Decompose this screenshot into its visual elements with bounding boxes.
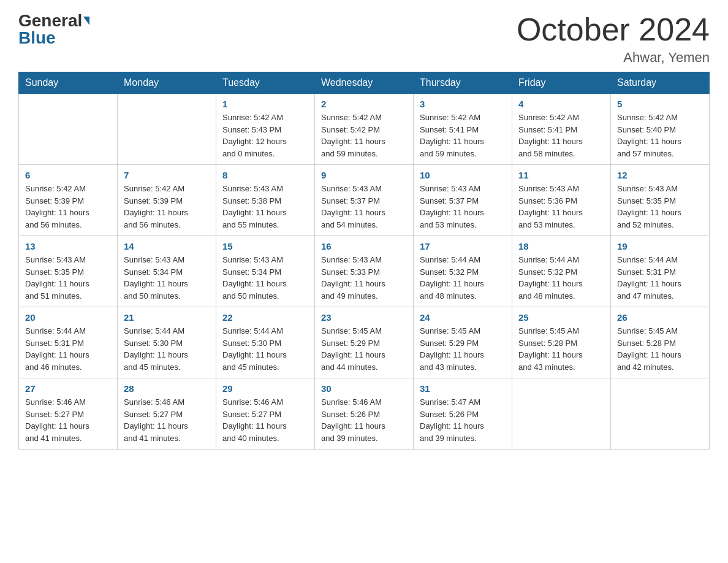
calendar-cell: 29Sunrise: 5:46 AM Sunset: 5:27 PM Dayli… — [216, 378, 315, 450]
calendar-cell: 27Sunrise: 5:46 AM Sunset: 5:27 PM Dayli… — [19, 378, 118, 450]
day-number: 9 — [321, 170, 407, 180]
day-info: Sunrise: 5:42 AM Sunset: 5:39 PM Dayligh… — [124, 183, 210, 231]
day-number: 29 — [222, 383, 308, 394]
logo: General Blue — [18, 12, 89, 47]
calendar-cell: 13Sunrise: 5:43 AM Sunset: 5:35 PM Dayli… — [19, 236, 118, 307]
day-number: 11 — [518, 170, 604, 180]
day-number: 12 — [617, 170, 703, 180]
day-info: Sunrise: 5:45 AM Sunset: 5:29 PM Dayligh… — [321, 325, 407, 373]
calendar-cell: 28Sunrise: 5:46 AM Sunset: 5:27 PM Dayli… — [118, 378, 216, 450]
day-number: 1 — [222, 99, 308, 109]
day-number: 31 — [420, 383, 506, 394]
day-number: 27 — [25, 383, 111, 394]
calendar-cell: 22Sunrise: 5:44 AM Sunset: 5:30 PM Dayli… — [216, 307, 315, 378]
calendar-cell: 4Sunrise: 5:42 AM Sunset: 5:41 PM Daylig… — [512, 94, 611, 165]
day-info: Sunrise: 5:42 AM Sunset: 5:43 PM Dayligh… — [222, 112, 308, 159]
calendar-cell: 7Sunrise: 5:42 AM Sunset: 5:39 PM Daylig… — [118, 165, 216, 236]
calendar-header-saturday: Saturday — [611, 72, 710, 94]
logo-blue-text: Blue — [18, 29, 56, 47]
day-number: 14 — [124, 241, 210, 251]
calendar-week-row: 6Sunrise: 5:42 AM Sunset: 5:39 PM Daylig… — [19, 165, 710, 236]
calendar-cell — [19, 94, 118, 165]
day-number: 18 — [518, 241, 604, 251]
calendar-cell: 25Sunrise: 5:45 AM Sunset: 5:28 PM Dayli… — [512, 307, 611, 378]
calendar-cell — [611, 378, 710, 450]
day-info: Sunrise: 5:43 AM Sunset: 5:37 PM Dayligh… — [321, 183, 407, 231]
location: Ahwar, Yemen — [517, 50, 710, 66]
calendar-cell: 9Sunrise: 5:43 AM Sunset: 5:37 PM Daylig… — [315, 165, 414, 236]
day-info: Sunrise: 5:46 AM Sunset: 5:27 PM Dayligh… — [124, 396, 210, 444]
day-info: Sunrise: 5:43 AM Sunset: 5:34 PM Dayligh… — [222, 254, 308, 302]
calendar-cell — [118, 94, 216, 165]
calendar-cell: 1Sunrise: 5:42 AM Sunset: 5:43 PM Daylig… — [216, 94, 315, 165]
calendar-cell: 5Sunrise: 5:42 AM Sunset: 5:40 PM Daylig… — [611, 94, 710, 165]
calendar-cell: 10Sunrise: 5:43 AM Sunset: 5:37 PM Dayli… — [414, 165, 512, 236]
day-number: 22 — [222, 312, 308, 323]
page-header: General Blue October 2024 Ahwar, Yemen — [18, 12, 710, 66]
day-info: Sunrise: 5:44 AM Sunset: 5:32 PM Dayligh… — [518, 254, 604, 302]
day-number: 15 — [222, 241, 308, 251]
calendar-cell: 16Sunrise: 5:43 AM Sunset: 5:33 PM Dayli… — [315, 236, 414, 307]
day-info: Sunrise: 5:42 AM Sunset: 5:40 PM Dayligh… — [617, 112, 703, 159]
day-info: Sunrise: 5:43 AM Sunset: 5:35 PM Dayligh… — [25, 254, 111, 302]
day-info: Sunrise: 5:45 AM Sunset: 5:28 PM Dayligh… — [617, 325, 703, 373]
day-number: 30 — [321, 383, 407, 394]
day-info: Sunrise: 5:42 AM Sunset: 5:41 PM Dayligh… — [420, 112, 506, 159]
calendar-cell — [512, 378, 611, 450]
day-info: Sunrise: 5:43 AM Sunset: 5:37 PM Dayligh… — [420, 183, 506, 231]
day-number: 10 — [420, 170, 506, 180]
day-number: 13 — [25, 241, 111, 251]
day-info: Sunrise: 5:43 AM Sunset: 5:34 PM Dayligh… — [124, 254, 210, 302]
day-info: Sunrise: 5:44 AM Sunset: 5:32 PM Dayligh… — [420, 254, 506, 302]
day-number: 4 — [518, 99, 604, 109]
day-number: 7 — [124, 170, 210, 180]
day-info: Sunrise: 5:46 AM Sunset: 5:27 PM Dayligh… — [25, 396, 111, 444]
calendar-cell: 11Sunrise: 5:43 AM Sunset: 5:36 PM Dayli… — [512, 165, 611, 236]
calendar-header-row: SundayMondayTuesdayWednesdayThursdayFrid… — [19, 72, 710, 94]
day-info: Sunrise: 5:44 AM Sunset: 5:30 PM Dayligh… — [222, 325, 308, 373]
calendar-cell: 12Sunrise: 5:43 AM Sunset: 5:35 PM Dayli… — [611, 165, 710, 236]
logo-general-text: General — [18, 12, 82, 29]
day-number: 16 — [321, 241, 407, 251]
calendar-cell: 31Sunrise: 5:47 AM Sunset: 5:26 PM Dayli… — [414, 378, 512, 450]
calendar-table: SundayMondayTuesdayWednesdayThursdayFrid… — [18, 72, 710, 450]
day-number: 17 — [420, 241, 506, 251]
calendar-cell: 3Sunrise: 5:42 AM Sunset: 5:41 PM Daylig… — [414, 94, 512, 165]
day-number: 28 — [124, 383, 210, 394]
day-info: Sunrise: 5:42 AM Sunset: 5:41 PM Dayligh… — [518, 112, 604, 159]
day-number: 3 — [420, 99, 506, 109]
day-number: 26 — [617, 312, 703, 323]
calendar-cell: 30Sunrise: 5:46 AM Sunset: 5:26 PM Dayli… — [315, 378, 414, 450]
calendar-header-tuesday: Tuesday — [216, 72, 315, 94]
calendar-week-row: 1Sunrise: 5:42 AM Sunset: 5:43 PM Daylig… — [19, 94, 710, 165]
day-info: Sunrise: 5:43 AM Sunset: 5:35 PM Dayligh… — [617, 183, 703, 231]
month-title: October 2024 — [517, 12, 710, 47]
calendar-cell: 21Sunrise: 5:44 AM Sunset: 5:30 PM Dayli… — [118, 307, 216, 378]
calendar-cell: 6Sunrise: 5:42 AM Sunset: 5:39 PM Daylig… — [19, 165, 118, 236]
day-number: 5 — [617, 99, 703, 109]
calendar-week-row: 27Sunrise: 5:46 AM Sunset: 5:27 PM Dayli… — [19, 378, 710, 450]
day-info: Sunrise: 5:46 AM Sunset: 5:27 PM Dayligh… — [222, 396, 308, 444]
calendar-week-row: 13Sunrise: 5:43 AM Sunset: 5:35 PM Dayli… — [19, 236, 710, 307]
day-info: Sunrise: 5:45 AM Sunset: 5:28 PM Dayligh… — [518, 325, 604, 373]
day-number: 23 — [321, 312, 407, 323]
calendar-cell: 24Sunrise: 5:45 AM Sunset: 5:29 PM Dayli… — [414, 307, 512, 378]
day-number: 19 — [617, 241, 703, 251]
day-info: Sunrise: 5:43 AM Sunset: 5:38 PM Dayligh… — [222, 183, 308, 231]
day-info: Sunrise: 5:43 AM Sunset: 5:33 PM Dayligh… — [321, 254, 407, 302]
day-info: Sunrise: 5:43 AM Sunset: 5:36 PM Dayligh… — [518, 183, 604, 231]
calendar-header-sunday: Sunday — [19, 72, 118, 94]
day-info: Sunrise: 5:42 AM Sunset: 5:42 PM Dayligh… — [321, 112, 407, 159]
day-number: 24 — [420, 312, 506, 323]
day-info: Sunrise: 5:44 AM Sunset: 5:31 PM Dayligh… — [617, 254, 703, 302]
calendar-header-monday: Monday — [118, 72, 216, 94]
day-info: Sunrise: 5:42 AM Sunset: 5:39 PM Dayligh… — [25, 183, 111, 231]
day-number: 8 — [222, 170, 308, 180]
calendar-cell: 15Sunrise: 5:43 AM Sunset: 5:34 PM Dayli… — [216, 236, 315, 307]
calendar-week-row: 20Sunrise: 5:44 AM Sunset: 5:31 PM Dayli… — [19, 307, 710, 378]
calendar-cell: 26Sunrise: 5:45 AM Sunset: 5:28 PM Dayli… — [611, 307, 710, 378]
day-number: 20 — [25, 312, 111, 323]
calendar-header-wednesday: Wednesday — [315, 72, 414, 94]
calendar-cell: 8Sunrise: 5:43 AM Sunset: 5:38 PM Daylig… — [216, 165, 315, 236]
title-section: October 2024 Ahwar, Yemen — [517, 12, 710, 66]
